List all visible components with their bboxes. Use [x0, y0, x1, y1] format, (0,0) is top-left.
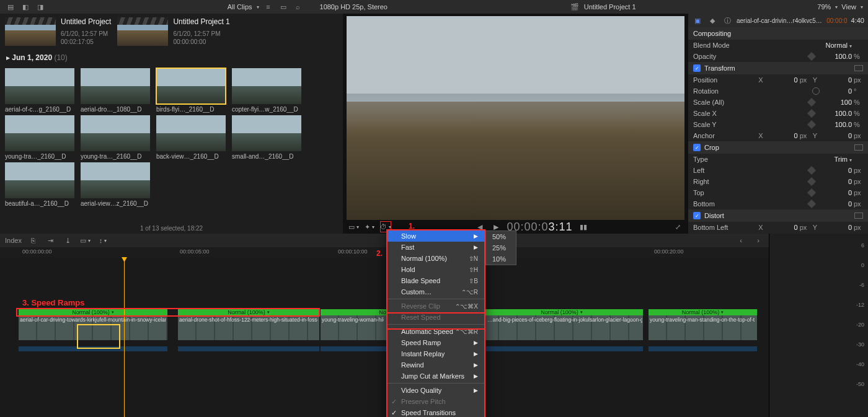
menu-slow[interactable]: Slow▶	[388, 230, 484, 242]
keyframe-icon[interactable]	[807, 177, 816, 186]
rotation-value[interactable]: 0	[820, 87, 852, 95]
crop-right-value[interactable]: 0	[820, 178, 852, 185]
scale-x-value[interactable]: 100.0	[820, 110, 852, 117]
clip-item[interactable]: birds-flyi…_2160__D	[156, 68, 226, 113]
audio-lane[interactable]	[178, 346, 319, 351]
keyframe-icon[interactable]	[807, 52, 816, 61]
clapper-icon[interactable]: 🎬	[569, 1, 580, 12]
menu-video-quality[interactable]: Video Quality▶	[388, 385, 484, 396]
transform-header[interactable]: ✓Transform	[688, 62, 868, 74]
menu-normal[interactable]: Normal (100%)⇧N	[388, 253, 484, 264]
insert-clip-icon[interactable]: ⇥	[45, 235, 56, 246]
crop-bottom-value[interactable]: 0	[820, 200, 852, 208]
video-inspector-icon[interactable]: ▣	[692, 15, 703, 26]
clip-item[interactable]: small-and…_2160__D	[232, 115, 301, 160]
timeline-tracks[interactable]: 3. Speed Ramps Normal (100%) Normal (100…	[0, 257, 769, 417]
rotation-dial[interactable]	[812, 87, 820, 95]
view-dropdown[interactable]: View	[841, 3, 863, 11]
scale-y-value[interactable]: 100.0	[820, 121, 852, 128]
distort-checkbox[interactable]: ✓	[693, 212, 701, 219]
blend-mode-value[interactable]: Normal	[820, 42, 852, 49]
timeline-history-back-icon[interactable]: ‹	[735, 235, 746, 246]
menu-speed-transitions[interactable]: Speed Transitions	[388, 407, 484, 417]
submenu-50[interactable]: 50%	[486, 231, 516, 242]
clip-item[interactable]: aerial-of-c…g_2160__D	[5, 68, 74, 113]
event-card[interactable]: Untitled Project 1 6/1/20, 12:57 PM 00:0…	[117, 17, 229, 46]
audio-lane[interactable]	[480, 346, 643, 351]
playhead[interactable]	[124, 257, 125, 417]
event-card[interactable]: Untitled Project 6/1/20, 12:57 PM 00:02:…	[5, 17, 111, 46]
crop-top-value[interactable]: 0	[820, 189, 852, 196]
timeline-clip[interactable]	[178, 309, 319, 346]
tools-icon[interactable]: ↕	[97, 235, 108, 246]
submenu-25[interactable]: 25%	[486, 242, 516, 253]
reset-icon[interactable]	[854, 144, 863, 151]
timeline-clip[interactable]	[649, 309, 757, 346]
viewer-frame[interactable]	[347, 16, 684, 220]
collection-header[interactable]: ▸ Jun 1, 2020 (10)	[0, 50, 343, 66]
menu-speed-ramp[interactable]: Speed Ramp▶	[388, 337, 484, 348]
clip-item[interactable]: young-tra…_2160__D	[5, 115, 74, 160]
clip-item[interactable]: beautiful-a…_2160__D	[5, 162, 74, 207]
fullscreen-icon[interactable]: ⤢	[672, 221, 683, 232]
opacity-value[interactable]: 100.0	[820, 53, 852, 60]
timeline-history-fwd-icon[interactable]: ›	[753, 235, 764, 246]
menu-hold[interactable]: Hold⇧H	[388, 264, 484, 275]
scale-all-value[interactable]: 100	[820, 99, 852, 106]
filmstrip-icon[interactable]: ▭	[278, 1, 289, 12]
next-frame-icon[interactable]: ▮▮	[578, 221, 589, 232]
anchor-y[interactable]: 0	[820, 132, 852, 139]
clip-filter-dropdown[interactable]: All Clips	[228, 3, 259, 11]
keyframe-icon[interactable]	[807, 166, 816, 175]
crop-left-value[interactable]: 0	[820, 167, 852, 174]
crop-checkbox[interactable]: ✓	[693, 144, 701, 151]
timeline-clip[interactable]	[19, 309, 167, 346]
clip-item[interactable]: copter-flyi…w_2160__D	[232, 68, 301, 113]
color-tool-icon[interactable]: ✦	[364, 221, 375, 232]
info-inspector-icon[interactable]: ⓘ	[722, 15, 733, 26]
keyframe-icon[interactable]	[807, 98, 816, 107]
timeline-clip[interactable]	[480, 309, 643, 346]
distort-header[interactable]: ✓Distort	[688, 209, 868, 222]
position-x[interactable]: 0	[766, 76, 798, 84]
keyframe-icon[interactable]	[807, 188, 816, 197]
menu-rewind[interactable]: Rewind▶	[388, 359, 484, 371]
anchor-x[interactable]: 0	[766, 132, 798, 139]
menu-jump-cut[interactable]: Jump Cut at Markers▶	[388, 371, 484, 382]
compositing-header[interactable]: Compositing	[688, 27, 868, 40]
photos-icon[interactable]: ◧	[20, 1, 31, 12]
clip-item[interactable]: aerial-dro…_1080__D	[81, 68, 150, 113]
submenu-10[interactable]: 10%	[486, 253, 516, 265]
clip-item[interactable]: aerial-view…z_2160__D	[81, 162, 150, 207]
zoom-dropdown[interactable]: 79%	[817, 3, 838, 11]
crop-type-value[interactable]: Trim	[820, 156, 852, 163]
audio-lane[interactable]	[649, 346, 757, 351]
menu-custom[interactable]: Custom…⌃⌥R	[388, 286, 484, 297]
transform-tool-icon[interactable]: ▭	[348, 221, 359, 232]
keyframe-icon[interactable]	[807, 200, 816, 208]
clip-item[interactable]: back-view…_2160__D	[156, 115, 226, 160]
menu-automatic-speed[interactable]: Automatic Speed⌃⌥⌘R	[388, 326, 484, 337]
bottom-left-x[interactable]: 0	[766, 224, 798, 231]
transform-checkbox[interactable]: ✓	[693, 64, 701, 72]
reset-icon[interactable]	[854, 213, 863, 219]
color-inspector-icon[interactable]: ◆	[707, 15, 718, 26]
titles-icon[interactable]: ◨	[35, 1, 46, 12]
keyframe-icon[interactable]	[807, 109, 816, 118]
search-icon[interactable]: ⌕	[293, 1, 304, 12]
timeline-ruler[interactable]: 00:00:00:00 00:00:05:00 00:00:10:00 00:0…	[0, 247, 769, 257]
reset-icon[interactable]	[854, 65, 863, 71]
position-y[interactable]: 0	[820, 76, 852, 84]
bottom-left-y[interactable]: 0	[820, 224, 852, 231]
keyframe-icon[interactable]	[807, 120, 816, 129]
list-view-icon[interactable]: ≡	[263, 1, 274, 12]
connect-clip-icon[interactable]: ⎘	[28, 235, 39, 246]
crop-header[interactable]: ✓Crop	[688, 141, 868, 154]
index-button[interactable]: Index	[5, 237, 22, 244]
menu-blade-speed[interactable]: Blade Speed⇧B	[388, 275, 484, 286]
menu-instant-replay[interactable]: Instant Replay▶	[388, 348, 484, 359]
append-clip-icon[interactable]: ⤓	[63, 235, 74, 246]
library-icon[interactable]: ▤	[5, 1, 16, 12]
audio-lane[interactable]	[19, 346, 167, 351]
clip-item[interactable]: young-tra…_2160__D	[81, 115, 150, 160]
